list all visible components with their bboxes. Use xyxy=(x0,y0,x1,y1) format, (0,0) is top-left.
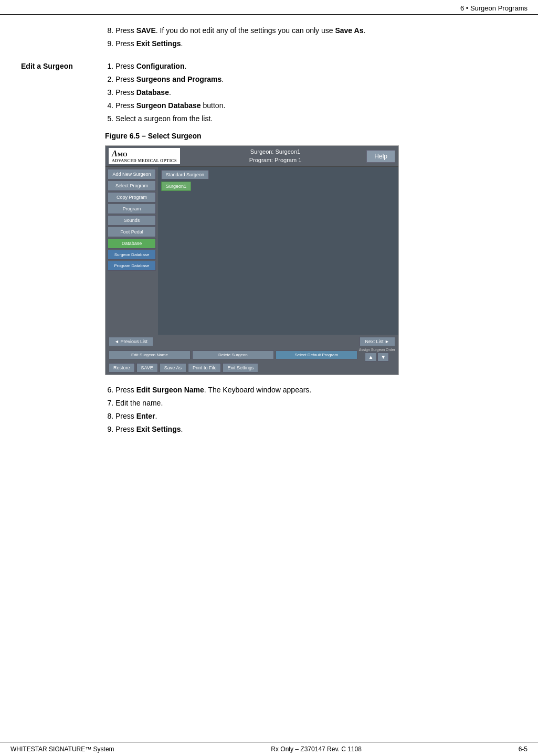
top-steps-label xyxy=(21,25,105,51)
save-as-btn[interactable]: Save As xyxy=(160,363,186,372)
edit-surgeon-section: Edit a Surgeon Press Configuration. Pres… xyxy=(21,61,517,437)
footer-center: Rx Only – Z370147 Rev. C 1108 xyxy=(271,746,362,753)
up-arrow-btn[interactable]: ▲ xyxy=(365,353,376,361)
help-button[interactable]: Help xyxy=(366,150,395,163)
bold-surgeon-database: Surgeon Database xyxy=(136,101,201,110)
bold-surgeons-programs: Surgeons and Programs xyxy=(136,75,222,83)
top-steps-section: Press SAVE. If you do not edit any of th… xyxy=(21,25,517,51)
prev-list-btn[interactable]: ◄ Previous List xyxy=(109,337,153,346)
page-header: 6 • Surgeon Programs xyxy=(0,0,538,15)
edit-surgeon-label: Edit a Surgeon xyxy=(21,61,105,437)
standard-surgeon-label: Standard Surgeon xyxy=(161,170,209,179)
amo-logo-main: AMO xyxy=(112,149,128,158)
surgeon-line2: Program: Program 1 xyxy=(184,156,367,164)
list-item: Select a surgeon from the list. xyxy=(115,113,517,124)
page-content: Press SAVE. If you do not edit any of th… xyxy=(0,15,538,478)
surgeon-line1: Surgeon: Surgeon1 xyxy=(184,148,367,156)
program-btn[interactable]: Program xyxy=(108,204,156,214)
program-database-btn[interactable]: Program Database xyxy=(108,261,156,271)
amo-topbar: AMO ADVANCED MEDICAL OPTICS Surgeon: Sur… xyxy=(106,146,398,167)
list-item: Press Configuration. xyxy=(115,61,517,72)
bold-exit-settings: Exit Settings xyxy=(136,39,181,48)
surgeon-name-row: Surgeon1 xyxy=(161,182,395,191)
list-item: Edit the name. xyxy=(115,398,517,409)
add-new-surgeon-btn[interactable]: Add New Surgeon xyxy=(108,169,156,179)
copy-program-btn[interactable]: Copy Program xyxy=(108,192,156,203)
bold-enter: Enter xyxy=(136,412,155,420)
bottom-row: Restore SAVE Save As Print to File Exit … xyxy=(109,363,395,372)
amo-sidebar: Add New Surgeon Select Program Copy Prog… xyxy=(106,167,158,335)
sounds-btn[interactable]: Sounds xyxy=(108,215,156,226)
bold-save-as: Save As xyxy=(335,26,363,35)
amo-interface: AMO ADVANCED MEDICAL OPTICS Surgeon: Sur… xyxy=(106,146,398,375)
edit-surgeon-name-btn[interactable]: Edit Surgeon Name xyxy=(109,350,191,359)
surgeon-database-btn[interactable]: Surgeon Database xyxy=(108,250,156,260)
foot-pedal-btn[interactable]: Foot Pedal xyxy=(108,227,156,237)
list-item: Press SAVE. If you do not edit any of th… xyxy=(115,25,517,36)
next-list-btn[interactable]: Next List ► xyxy=(360,337,395,346)
surgeon-header-row: Standard Surgeon xyxy=(161,170,395,179)
amo-bottom-controls: ◄ Previous List Next List ► Edit Surgeon… xyxy=(106,335,398,375)
surgeon-list-area: Standard Surgeon Surgeon1 xyxy=(161,170,395,275)
amo-logo-sub: ADVANCED MEDICAL OPTICS xyxy=(112,158,177,163)
exit-settings-btn[interactable]: Exit Settings xyxy=(223,363,258,372)
amo-center-info: Surgeon: Surgeon1 Program: Program 1 xyxy=(184,148,367,164)
footer-right: 6-5 xyxy=(519,746,528,753)
list-item: Press Exit Settings. xyxy=(115,38,517,49)
list-item: Press Exit Settings. xyxy=(115,424,517,435)
down-arrow-btn[interactable]: ▼ xyxy=(377,353,389,361)
list-item: Press Edit Surgeon Name. The Keyboard wi… xyxy=(115,385,517,396)
screenshot-container: AMO ADVANCED MEDICAL OPTICS Surgeon: Sur… xyxy=(105,145,399,375)
header-title: 6 • Surgeon Programs xyxy=(460,4,528,12)
bold-save: SAVE xyxy=(136,26,156,35)
up-down-btns: ▲ ▼ xyxy=(365,353,389,361)
amo-main-area: Standard Surgeon Surgeon1 xyxy=(158,167,398,335)
save-btn[interactable]: SAVE xyxy=(136,363,158,372)
print-to-file-btn[interactable]: Print to File xyxy=(188,363,221,372)
footer-left: WHITESTAR SIGNATURE™ System xyxy=(10,746,114,753)
amo-body: Add New Surgeon Select Program Copy Prog… xyxy=(106,167,398,335)
action-row: Edit Surgeon Name Delete Surgeon Select … xyxy=(109,348,395,361)
top-steps-content: Press SAVE. If you do not edit any of th… xyxy=(105,25,517,51)
assign-order-label: Assign Surgeon Order xyxy=(359,348,395,352)
select-default-program-btn[interactable]: Select Default Program xyxy=(276,350,357,359)
bold-edit-surgeon-name: Edit Surgeon Name xyxy=(136,386,204,394)
restore-btn[interactable]: Restore xyxy=(109,363,135,372)
figure-label: Figure 6.5 – Select Surgeon xyxy=(105,132,517,140)
bold-database: Database xyxy=(136,88,169,97)
select-program-btn[interactable]: Select Program xyxy=(108,180,156,191)
amo-logo: AMO ADVANCED MEDICAL OPTICS xyxy=(109,148,180,164)
bold-configuration: Configuration xyxy=(136,62,185,70)
page-footer: WHITESTAR SIGNATURE™ System Rx Only – Z3… xyxy=(0,742,538,756)
edit-surgeon-content: Press Configuration. Press Surgeons and … xyxy=(105,61,517,437)
delete-surgeon-btn[interactable]: Delete Surgeon xyxy=(192,350,274,359)
bold-exit-settings-2: Exit Settings xyxy=(136,425,181,433)
nav-row: ◄ Previous List Next List ► xyxy=(109,337,395,346)
database-btn[interactable]: Database xyxy=(108,238,156,249)
list-item: Press Surgeon Database button. xyxy=(115,100,517,111)
assign-order-area: Assign Surgeon Order ▲ ▼ xyxy=(359,348,395,361)
steps-after-figure: Press Edit Surgeon Name. The Keyboard wi… xyxy=(105,385,517,435)
list-item: Press Enter. xyxy=(115,411,517,422)
surgeon1-btn[interactable]: Surgeon1 xyxy=(161,182,191,191)
list-item: Press Database. xyxy=(115,87,517,98)
list-item: Press Surgeons and Programs. xyxy=(115,74,517,85)
